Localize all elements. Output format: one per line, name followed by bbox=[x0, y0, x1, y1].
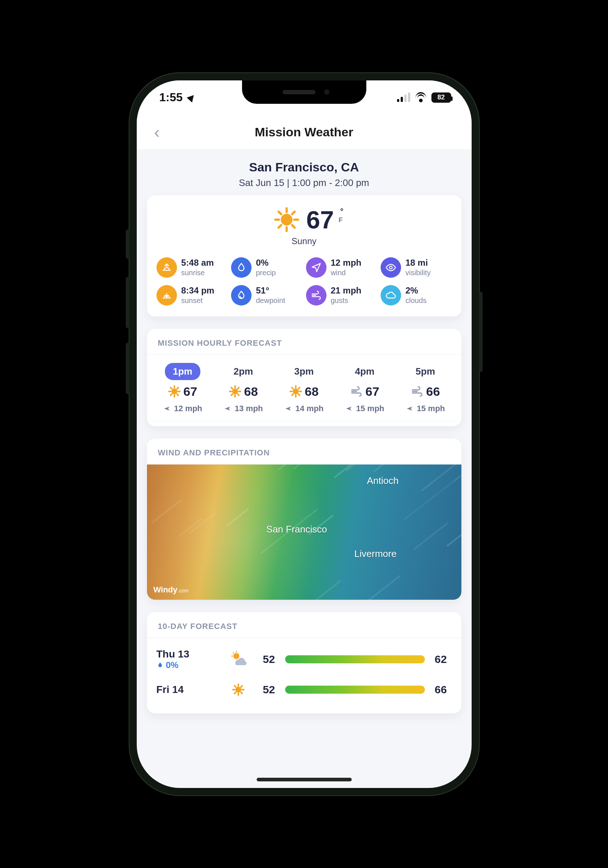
svg-line-3 bbox=[233, 653, 234, 654]
wifi-icon bbox=[415, 92, 426, 103]
temp-range-bar bbox=[285, 655, 425, 663]
day-name: Thu 13 bbox=[157, 648, 219, 660]
hour-5pm[interactable]: 5pm6615 mph bbox=[396, 363, 455, 413]
power-button bbox=[479, 291, 482, 372]
back-button[interactable]: ‹ bbox=[148, 120, 166, 144]
svg-point-0 bbox=[233, 653, 239, 659]
current-temp: 67 ° F bbox=[306, 205, 334, 234]
metric-precip: 0%precip bbox=[231, 257, 302, 278]
metric-label: sunset bbox=[181, 296, 215, 305]
hour-4pm[interactable]: 4pm6715 mph bbox=[336, 363, 394, 413]
day-high: 62 bbox=[430, 653, 452, 665]
hour-temp: 67 bbox=[366, 384, 380, 399]
sun-icon bbox=[232, 684, 245, 696]
hour-temp: 66 bbox=[426, 384, 440, 399]
sun-icon bbox=[274, 207, 299, 232]
metric-label: sunrise bbox=[181, 269, 214, 277]
map-label: Livermore bbox=[354, 548, 397, 560]
metric-sunset: 8:34 pmsunset bbox=[157, 285, 228, 305]
droplet-icon bbox=[231, 257, 251, 278]
hour-temp: 67 bbox=[183, 384, 197, 399]
location-block: San Francisco, CA Sat Jun 15 | 1:00 pm -… bbox=[147, 150, 461, 195]
sun-icon bbox=[290, 385, 302, 398]
metric-label: wind bbox=[331, 269, 361, 277]
hour-3pm[interactable]: 3pm6814 mph bbox=[275, 363, 333, 413]
home-indicator[interactable] bbox=[257, 778, 352, 781]
wind-map[interactable]: Windy.com AntiochSan FranciscoLivermore bbox=[147, 465, 461, 600]
metric-clouds: 2%clouds bbox=[381, 285, 452, 305]
phone-frame: 1:55 82 ‹ Mission Weather bbox=[129, 72, 480, 796]
metrics-grid: 5:48 amsunrise0%precip12 mphwind18 mivis… bbox=[147, 254, 461, 316]
day-low: 52 bbox=[258, 653, 280, 665]
sun-icon bbox=[168, 385, 181, 398]
metric-label: dewpoint bbox=[256, 296, 285, 305]
hour-wind: 15 mph bbox=[417, 404, 445, 413]
status-time: 1:55 bbox=[160, 91, 183, 104]
hourly-row[interactable]: 1pm6712 mph2pm6813 mph3pm6814 mph4pm6715… bbox=[147, 355, 461, 416]
metric-value: 8:34 pm bbox=[181, 285, 215, 296]
hour-wind: 15 mph bbox=[356, 404, 384, 413]
day-row[interactable]: Fri 145266 bbox=[157, 677, 452, 702]
metric-visibility: 18 mivisibility bbox=[381, 257, 452, 278]
metric-value: 0% bbox=[256, 258, 276, 268]
temp-range-bar bbox=[285, 686, 425, 694]
sun-icon bbox=[229, 385, 241, 398]
current-card: 67 ° F Sunny 5:48 amsunrise0%precip12 mp… bbox=[147, 195, 461, 316]
screen: 1:55 82 ‹ Mission Weather bbox=[137, 81, 472, 788]
hour-wind: 14 mph bbox=[295, 404, 324, 413]
hour-time: 1pm bbox=[165, 363, 200, 380]
partly-cloudy-icon bbox=[230, 651, 247, 666]
day-row[interactable]: Thu 130%5262 bbox=[157, 642, 452, 677]
metric-value: 2% bbox=[405, 285, 427, 296]
metric-value: 5:48 am bbox=[181, 258, 214, 268]
wind-icon bbox=[411, 385, 423, 398]
notch bbox=[242, 81, 366, 104]
battery-icon: 82 bbox=[431, 93, 451, 103]
partly-cloudy-icon bbox=[230, 651, 247, 668]
page-title: Mission Weather bbox=[137, 125, 472, 139]
hour-time: 2pm bbox=[226, 363, 261, 380]
hour-wind: 13 mph bbox=[235, 404, 263, 413]
wind-arrow-icon bbox=[406, 405, 414, 412]
nav-header: ‹ Mission Weather bbox=[137, 115, 472, 150]
sunset-icon bbox=[157, 285, 177, 305]
dewpoint-icon bbox=[231, 285, 251, 305]
hourly-card: MISSION HOURLY FORECAST 1pm6712 mph2pm68… bbox=[147, 329, 461, 426]
hour-1pm[interactable]: 1pm6712 mph bbox=[154, 363, 212, 413]
metric-dewpoint: 51°dewpoint bbox=[231, 285, 302, 305]
tenday-list[interactable]: Thu 130%5262Fri 145266 bbox=[147, 638, 461, 713]
map-card: WIND AND PRECIPITATION Windy.com Antioch… bbox=[147, 439, 461, 600]
day-high: 66 bbox=[430, 684, 452, 696]
metric-gusts: 21 mphgusts bbox=[306, 285, 377, 305]
sunrise-icon bbox=[157, 257, 177, 278]
map-attribution: Windy.com bbox=[154, 585, 189, 595]
metric-label: clouds bbox=[405, 296, 427, 305]
location-arrow-icon bbox=[186, 93, 196, 102]
metric-label: gusts bbox=[331, 296, 361, 305]
metric-value: 51° bbox=[256, 285, 285, 296]
metric-value: 18 mi bbox=[405, 258, 431, 268]
map-label: Antioch bbox=[367, 475, 399, 487]
wind-arrow-icon bbox=[284, 405, 293, 412]
hour-2pm[interactable]: 2pm6813 mph bbox=[214, 363, 273, 413]
hourly-title: MISSION HOURLY FORECAST bbox=[147, 329, 461, 355]
hour-time: 4pm bbox=[347, 363, 382, 380]
scroll-area[interactable]: San Francisco, CA Sat Jun 15 | 1:00 pm -… bbox=[137, 150, 472, 788]
wind-arrow-icon bbox=[163, 405, 171, 412]
volume-up-button bbox=[126, 277, 129, 328]
wind-arrow-icon bbox=[345, 405, 353, 412]
hour-temp: 68 bbox=[305, 384, 319, 399]
current-condition: Sunny bbox=[147, 236, 461, 246]
day-low: 52 bbox=[258, 684, 280, 696]
metric-label: visibility bbox=[405, 269, 431, 277]
day-name: Fri 14 bbox=[157, 684, 219, 696]
gusts-icon bbox=[306, 285, 326, 305]
metric-value: 21 mph bbox=[331, 285, 361, 296]
map-title: WIND AND PRECIPITATION bbox=[147, 439, 461, 465]
wind-arrow-icon bbox=[224, 405, 232, 412]
day-precip: 0% bbox=[157, 660, 219, 670]
location-city: San Francisco, CA bbox=[147, 160, 461, 174]
tenday-card: 10-DAY FORECAST Thu 130%5262Fri 145266 bbox=[147, 612, 461, 713]
cloud-icon bbox=[381, 285, 401, 305]
metric-label: precip bbox=[256, 269, 276, 277]
